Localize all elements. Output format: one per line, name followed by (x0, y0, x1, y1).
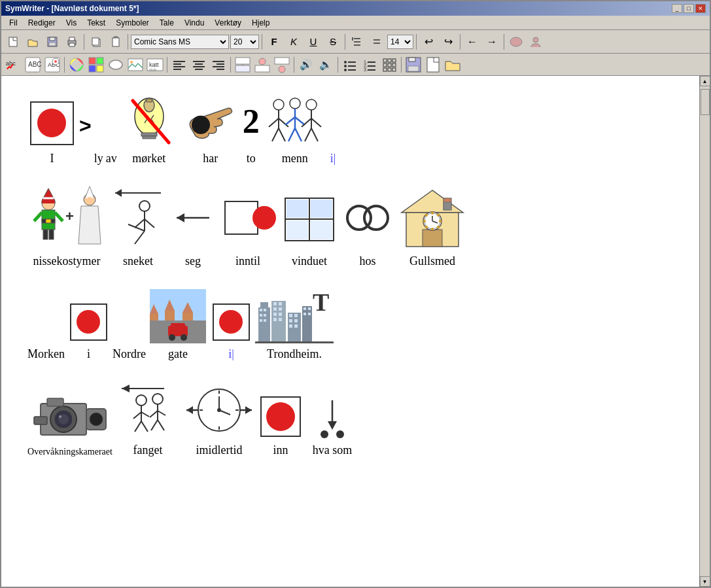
svg-rect-6 (69, 43, 75, 46)
line-height-down[interactable] (368, 33, 386, 50)
image-btn[interactable] (126, 56, 145, 73)
word-label-fanget: fanget (133, 443, 163, 457)
word-cell-inn: inn (258, 394, 303, 457)
restore-button[interactable]: □ (684, 4, 694, 13)
symbol-above-btn[interactable] (253, 56, 271, 73)
svg-point-215 (136, 395, 147, 406)
svg-rect-135 (311, 199, 332, 218)
symbol-red-dot-box-sm (67, 301, 110, 343)
svg-rect-75 (392, 68, 396, 71)
svg-point-139 (364, 206, 388, 230)
bold-button[interactable]: F (265, 33, 283, 50)
new-doc-btn[interactable] (424, 56, 442, 73)
close-button[interactable]: ✕ (695, 4, 706, 13)
undo-button[interactable]: ↩ (419, 33, 438, 50)
text-symbol-btn[interactable]: ABC (43, 56, 61, 73)
underline-button[interactable]: U (304, 33, 322, 50)
svg-point-149 (431, 228, 434, 230)
word-label-ly: ly (94, 152, 103, 165)
separator-5 (416, 34, 417, 50)
symbol-drop-dots (306, 394, 358, 440)
bullet-list[interactable] (341, 56, 359, 73)
align-center[interactable] (190, 56, 208, 73)
speech-button[interactable] (507, 33, 525, 50)
svg-rect-182 (273, 302, 277, 305)
color-fill-btn[interactable] (87, 56, 105, 73)
svg-text:T: T (313, 288, 329, 316)
svg-rect-83 (141, 133, 157, 136)
svg-point-101 (306, 99, 317, 110)
word-cell-trondheim: T Trondheim. (255, 288, 334, 361)
text-grid-btn[interactable]: ABC (24, 56, 42, 73)
svg-rect-193 (289, 319, 292, 322)
sentence-row-3: Morken i Nordre (27, 288, 673, 361)
svg-line-105 (305, 128, 311, 141)
symbol-person-kick (109, 185, 167, 251)
document-area[interactable]: I > ly av (1, 76, 699, 587)
back-arrow[interactable]: ← (463, 33, 481, 50)
word-cell-i2: i (67, 301, 110, 361)
line-height-up[interactable] (348, 33, 366, 50)
menu-verktoy[interactable]: Verktøy (209, 17, 247, 29)
color-palette[interactable] (67, 56, 86, 73)
volume-down[interactable]: 🔈 (317, 56, 335, 73)
font-size-select[interactable]: 20 (230, 35, 259, 49)
svg-rect-192 (294, 314, 298, 317)
redo-button[interactable]: ↪ (439, 33, 457, 50)
user-icon[interactable] (527, 33, 545, 50)
save-button[interactable] (43, 33, 61, 50)
numbered-list[interactable]: 1.2.3. (360, 56, 379, 73)
menu-fil[interactable]: Fil (4, 17, 23, 29)
svg-rect-203 (255, 341, 334, 343)
scroll-down-button[interactable]: ▼ (700, 576, 710, 587)
italic-button[interactable]: K (285, 33, 303, 50)
grid-list[interactable] (380, 56, 398, 73)
svg-rect-3 (49, 43, 56, 46)
symbol-camera (27, 384, 113, 443)
svg-point-57 (344, 65, 347, 67)
line-spacing-select[interactable]: 14 (387, 35, 413, 49)
volume-up[interactable]: 🔊 (297, 56, 315, 73)
align-right[interactable] (209, 56, 228, 73)
menu-tale[interactable]: Tale (154, 17, 179, 29)
font-select[interactable]: Comic Sans MS (131, 35, 229, 49)
menu-hjelp[interactable]: Hjelp (247, 17, 275, 29)
word-label-i2: i (87, 347, 90, 361)
scroll-thumb[interactable] (701, 89, 710, 115)
svg-point-121 (139, 201, 150, 211)
menu-rediger[interactable]: Rediger (23, 17, 61, 29)
text-below-btn[interactable] (273, 56, 291, 73)
save-doc-btn[interactable] (404, 56, 423, 73)
word-cell-nissekostymer: + nissekostymer (27, 185, 106, 268)
spell-check[interactable]: abc (4, 56, 22, 73)
svg-point-89 (273, 99, 284, 110)
above-below-btn[interactable] (234, 56, 252, 73)
new-button[interactable] (4, 33, 22, 50)
strikethrough-button[interactable]: S (324, 33, 342, 50)
menu-symboler[interactable]: Symboler (111, 17, 154, 29)
align-left[interactable] (170, 56, 188, 73)
menu-vis[interactable]: Vis (61, 17, 82, 29)
katt-plus-btn[interactable]: kattpus (146, 56, 164, 73)
svg-rect-183 (279, 302, 282, 305)
svg-rect-197 (302, 306, 312, 343)
forward-arrow[interactable]: → (483, 33, 501, 50)
scrollbar[interactable]: ▲ ▼ (699, 76, 710, 587)
svg-text:abc: abc (6, 60, 16, 66)
symbol-red-dot-box (27, 99, 77, 148)
svg-rect-2 (50, 37, 55, 41)
copy-button[interactable] (87, 33, 105, 50)
svg-rect-77 (409, 58, 415, 61)
print-button[interactable] (63, 33, 81, 50)
scroll-up-button[interactable]: ▲ (700, 76, 710, 86)
open-doc-btn[interactable] (443, 56, 462, 73)
svg-point-148 (437, 226, 440, 228)
svg-rect-194 (294, 319, 298, 322)
menu-tekst[interactable]: Tekst (82, 17, 111, 29)
word-cell-camera: Overvåkningskameraet (27, 384, 113, 457)
oval-btn[interactable] (107, 56, 125, 73)
paste-button[interactable] (107, 33, 125, 50)
open-button[interactable] (24, 33, 42, 50)
minimize-button[interactable]: _ (672, 4, 682, 13)
menu-vindu[interactable]: Vindu (179, 17, 209, 29)
